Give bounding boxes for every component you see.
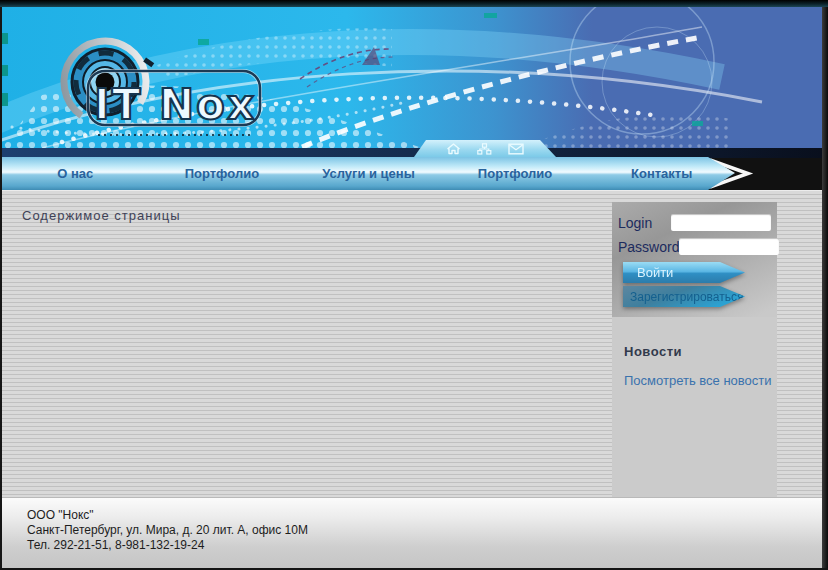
- login-row: Login: [618, 214, 771, 231]
- password-label: Password: [618, 239, 679, 255]
- content-area: Содержимое страницы Login Password Войти…: [2, 190, 822, 497]
- main-navigation: О нас Портфолио Услуги и цены Портфолио …: [2, 157, 762, 190]
- page: IT Nox О нас Портфолио Услуги и цены Пор…: [0, 0, 828, 570]
- footer: ООО "Нокс" Санкт-Петербург, ул. Мира, д.…: [2, 497, 822, 568]
- sidebar: Login Password Войти Зарегистрироваться …: [612, 201, 777, 498]
- quick-links-tab: [414, 140, 556, 157]
- page-content-placeholder: Содержимое страницы: [22, 208, 181, 223]
- view-all-news-link[interactable]: Посмотреть все новости: [624, 373, 772, 388]
- page-border-top: [0, 0, 828, 7]
- nav-item-services[interactable]: Услуги и цены: [295, 166, 442, 181]
- login-button-wrap: Войти: [618, 262, 748, 283]
- password-input[interactable]: [679, 238, 779, 255]
- header-artwork: IT Nox: [2, 7, 822, 148]
- register-button-wrap: Зарегистрироваться: [618, 286, 748, 307]
- logo-text: IT Nox: [94, 80, 256, 129]
- header-banner: IT Nox: [2, 7, 822, 148]
- news-title: Новости: [624, 344, 777, 359]
- nav-bar: О нас Портфолио Услуги и цены Портфолио …: [2, 157, 735, 190]
- page-border-right: [822, 7, 828, 570]
- nav-item-portfolio-2[interactable]: Портфолио: [442, 166, 589, 181]
- password-row: Password: [618, 238, 771, 255]
- footer-company-name: ООО "Нокс": [27, 508, 822, 523]
- nav-item-portfolio[interactable]: Портфолио: [149, 166, 296, 181]
- register-button[interactable]: Зарегистрироваться: [623, 286, 745, 307]
- nav-item-contacts[interactable]: Контакты: [588, 166, 735, 181]
- login-input[interactable]: [671, 214, 771, 231]
- nav-item-about[interactable]: О нас: [2, 166, 149, 181]
- footer-phones: Тел. 292-21-51, 8-981-132-19-24: [27, 538, 822, 553]
- login-box: Login Password Войти Зарегистрироваться: [612, 201, 777, 317]
- login-label: Login: [618, 215, 652, 231]
- home-icon[interactable]: [446, 143, 461, 155]
- footer-address: Санкт-Петербург, ул. Мира, д. 20 лит. А,…: [27, 523, 822, 538]
- mail-icon[interactable]: [508, 143, 524, 155]
- login-button[interactable]: Войти: [623, 262, 745, 283]
- sitemap-icon[interactable]: [477, 143, 492, 155]
